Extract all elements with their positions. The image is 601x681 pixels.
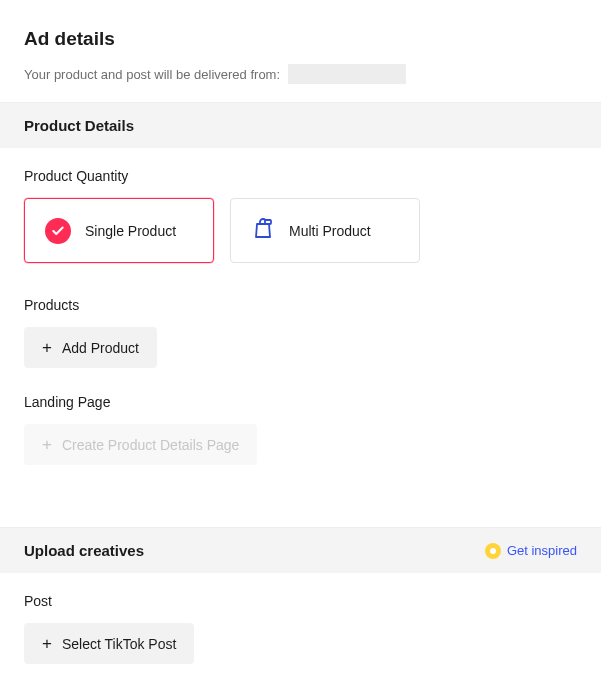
products-block: Products + Add Product [24,297,577,368]
landing-page-block: Landing Page + Create Product Details Pa… [24,394,577,473]
create-pdp-label: Create Product Details Page [62,437,239,453]
add-product-label: Add Product [62,340,139,356]
section-title-upload-creatives: Upload creatives [24,542,144,559]
delivery-prefix-text: Your product and post will be delivered … [24,67,280,82]
section-header-upload-creatives: Upload creatives Get inspired [0,527,601,573]
option-multi-product[interactable]: Multi Product [230,198,420,263]
section-title-product-details: Product Details [24,117,134,134]
product-quantity-options: Single Product Multi Product [24,198,577,263]
option-single-label: Single Product [85,223,176,239]
section-body-product-details: Product Quantity Single Product [0,148,601,527]
lightbulb-icon [485,543,501,559]
post-label: Post [24,593,577,609]
page-title: Ad details [0,20,601,64]
get-inspired-label: Get inspired [507,543,577,558]
section-body-upload-creatives: Post + Select TikTok Post [0,573,601,681]
landing-page-label: Landing Page [24,394,577,410]
products-label: Products [24,297,577,313]
delivery-source-row: Your product and post will be delivered … [0,64,601,102]
delivery-source-value [288,64,406,84]
add-product-button[interactable]: + Add Product [24,327,157,368]
select-tiktok-post-button[interactable]: + Select TikTok Post [24,623,194,664]
svg-rect-0 [265,220,271,224]
select-post-label: Select TikTok Post [62,636,176,652]
plus-icon: + [42,635,52,652]
product-quantity-label: Product Quantity [24,168,577,184]
plus-icon: + [42,436,52,453]
plus-icon: + [42,339,52,356]
get-inspired-link[interactable]: Get inspired [485,543,577,559]
ad-details-page: Ad details Your product and post will be… [0,0,601,681]
check-circle-icon [45,218,71,244]
create-product-details-page-button: + Create Product Details Page [24,424,257,465]
section-header-product-details: Product Details [0,102,601,148]
option-single-product[interactable]: Single Product [24,198,214,263]
shopping-bag-icon [251,217,275,244]
option-multi-label: Multi Product [289,223,371,239]
